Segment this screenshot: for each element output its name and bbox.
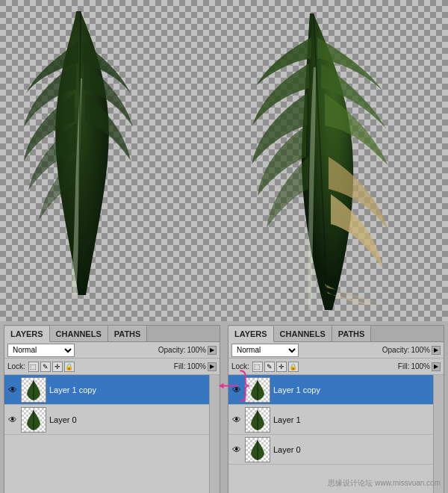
left-thumb-layer0 xyxy=(21,407,46,432)
right-opacity-value: 100% xyxy=(411,346,430,354)
right-thumb-layer1copy xyxy=(245,377,270,403)
right-lock-pixels[interactable]: ⬚ xyxy=(252,362,263,372)
left-lock-pixels[interactable]: ⬚ xyxy=(28,362,39,372)
left-layer1copy-name: Layer 1 copy xyxy=(49,385,96,394)
left-empty-space xyxy=(4,435,220,465)
right-tab-layers[interactable]: LAYERS xyxy=(228,326,274,342)
right-tabs: LAYERS CHANNELS PATHS xyxy=(228,326,444,342)
right-layers-list: 👁 Layer 1 copy 👁 xyxy=(228,375,444,493)
left-tab-channels[interactable]: CHANNELS xyxy=(50,326,108,341)
feather-right xyxy=(250,7,399,314)
right-tab-channels[interactable]: CHANNELS xyxy=(274,326,332,341)
right-layer0-name: Layer 0 xyxy=(273,445,301,454)
left-opacity-label: Opacity: xyxy=(158,346,186,354)
left-layer-1-copy[interactable]: 👁 Layer 1 copy xyxy=(4,375,220,405)
left-scrollbar[interactable] xyxy=(209,375,220,493)
panels-row: LAYERS CHANNELS PATHS Normal Multiply Sc… xyxy=(0,321,448,493)
left-opacity-value: 100% xyxy=(187,346,206,354)
left-lock-all[interactable]: 🔒 xyxy=(64,362,75,372)
left-lock-row: Lock: ⬚ ✎ ✛ 🔒 Fill: 100% ▶ xyxy=(4,359,220,375)
right-layers-panel: LAYERS CHANNELS PATHS Normal Multiply Sc… xyxy=(228,325,444,493)
left-fill-arrow[interactable]: ▶ xyxy=(208,362,217,371)
left-lock-label: Lock: xyxy=(7,362,25,370)
right-lock-position[interactable]: ✎ xyxy=(264,362,275,372)
right-opacity-label: Opacity: xyxy=(382,346,410,354)
right-eye-layer1copy[interactable]: 👁 xyxy=(230,383,243,397)
right-lock-all[interactable]: 🔒 xyxy=(288,362,299,372)
feather-left xyxy=(22,4,138,303)
left-lock-move[interactable]: ✛ xyxy=(52,362,63,372)
left-fill-value: 100% xyxy=(187,362,206,370)
right-layer-0[interactable]: 👁 Layer 0 xyxy=(228,435,444,465)
right-thumb-layer0 xyxy=(245,437,270,462)
left-thumb-layer1copy xyxy=(21,377,46,403)
left-lock-position[interactable]: ✎ xyxy=(40,362,51,372)
right-eye-layer1[interactable]: 👁 xyxy=(230,413,243,427)
right-fill-arrow[interactable]: ▶ xyxy=(432,362,441,371)
left-layers-list: 👁 Layer 1 copy 👁 xyxy=(4,375,220,493)
left-tabs: LAYERS CHANNELS PATHS xyxy=(4,326,220,342)
right-opacity-arrow[interactable]: ▶ xyxy=(432,346,441,355)
right-tab-paths[interactable]: PATHS xyxy=(332,326,372,341)
left-eye-layer1copy[interactable]: 👁 xyxy=(6,383,19,397)
left-tab-layers[interactable]: LAYERS xyxy=(4,326,50,342)
right-blend-select[interactable]: Normal Multiply Screen xyxy=(231,344,299,357)
left-layer-0[interactable]: 👁 Layer 0 xyxy=(4,405,220,435)
right-fill-value: 100% xyxy=(411,362,430,370)
right-layer-1[interactable]: 👁 Layer 1 xyxy=(228,405,444,435)
watermark: 思缘设计论坛 www.missvuan.com xyxy=(328,478,441,489)
left-layer0-name: Layer 0 xyxy=(49,415,77,424)
right-fill-label: Fill: xyxy=(398,362,410,370)
right-blend-row: Normal Multiply Screen Opacity: 100% ▶ xyxy=(228,342,444,359)
right-lock-row: Lock: ⬚ ✎ ✛ 🔒 Fill: 100% ▶ xyxy=(228,359,444,375)
right-eye-layer0[interactable]: 👁 xyxy=(230,443,243,456)
left-opacity-arrow[interactable]: ▶ xyxy=(208,346,217,355)
right-layer1-name: Layer 1 xyxy=(273,415,301,424)
right-layer1copy-name: Layer 1 copy xyxy=(273,385,320,394)
right-layer-1-copy[interactable]: 👁 Layer 1 copy xyxy=(228,375,444,405)
right-lock-label: Lock: xyxy=(231,362,249,370)
left-blend-row: Normal Multiply Screen Opacity: 100% ▶ xyxy=(4,342,220,359)
left-fill-label: Fill: xyxy=(174,362,186,370)
left-eye-layer0[interactable]: 👁 xyxy=(6,413,19,427)
right-lock-move[interactable]: ✛ xyxy=(276,362,287,372)
right-thumb-layer1 xyxy=(245,407,270,432)
right-scrollbar[interactable] xyxy=(433,375,444,493)
left-tab-paths[interactable]: PATHS xyxy=(108,326,148,341)
left-layers-panel: LAYERS CHANNELS PATHS Normal Multiply Sc… xyxy=(4,325,220,493)
left-blend-select[interactable]: Normal Multiply Screen xyxy=(7,344,75,357)
